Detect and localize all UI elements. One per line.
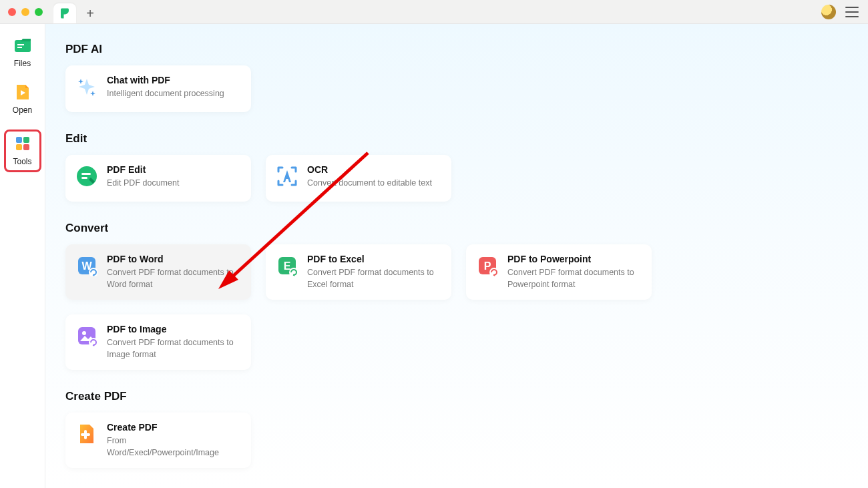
tab-home[interactable]	[53, 3, 76, 23]
titlebar: +	[0, 0, 868, 24]
card-subtitle: Convert PDF format documents to Powerpoi…	[507, 267, 641, 290]
card-pdf-to-excel[interactable]: E PDF to Excel Convert PDF format docume…	[266, 244, 451, 300]
svg-rect-1	[17, 44, 24, 45]
svg-rect-7	[23, 144, 29, 150]
svg-rect-9	[81, 173, 91, 175]
menu-button[interactable]	[845, 7, 859, 17]
section-heading-pdfai: PDF AI	[65, 43, 848, 56]
minimize-window-button[interactable]	[21, 8, 29, 16]
window-controls	[8, 8, 43, 16]
card-title: Create PDF	[107, 422, 240, 433]
profile-avatar[interactable]	[821, 5, 836, 19]
files-icon	[13, 36, 32, 55]
card-ocr[interactable]: OCR Convert document to editable text	[266, 155, 451, 202]
card-title: OCR	[307, 164, 432, 175]
card-subtitle: Intelligent document processing	[107, 88, 224, 100]
card-subtitle: Edit PDF document	[107, 178, 179, 190]
card-title: Chat with PDF	[107, 75, 224, 85]
svg-rect-10	[81, 177, 87, 179]
card-create-pdf[interactable]: Create PDF From Word/Execl/Powerpoint/Im…	[65, 413, 251, 468]
card-subtitle: Convert document to editable text	[307, 178, 432, 190]
card-pdf-edit[interactable]: PDF Edit Edit PDF document	[65, 155, 251, 202]
card-pdf-to-image[interactable]: PDF to Image Convert PDF format document…	[65, 314, 251, 370]
svg-rect-6	[16, 144, 22, 150]
ai-sparkle-icon	[76, 76, 97, 97]
sidebar-item-label: Open	[13, 105, 32, 115]
card-title: PDF to Powerpoint	[507, 254, 641, 264]
svg-rect-4	[16, 137, 22, 143]
app-logo-icon	[59, 7, 71, 19]
sidebar-item-open[interactable]: Open	[4, 83, 41, 115]
card-pdf-to-word[interactable]: W PDF to Word Convert PDF format documen…	[65, 244, 251, 300]
main-content: PDF AI Chat with PDF Intelligent documen…	[45, 24, 868, 488]
card-subtitle: From Word/Execl/Powerpoint/Image	[107, 435, 240, 459]
svg-rect-28	[81, 433, 90, 436]
card-subtitle: Convert PDF format documents to Word for…	[107, 267, 240, 290]
card-subtitle: Convert PDF format documents to Image fo…	[107, 337, 240, 360]
svg-point-24	[82, 331, 86, 335]
open-icon	[13, 83, 32, 101]
pdf-edit-icon	[76, 166, 97, 187]
sidebar-item-tools[interactable]: Tools	[4, 130, 41, 172]
maximize-window-button[interactable]	[35, 8, 43, 16]
section-heading-create: Create PDF	[65, 390, 848, 403]
card-chat-with-pdf[interactable]: Chat with PDF Intelligent document proce…	[65, 65, 251, 112]
word-icon: W	[76, 255, 97, 276]
card-title: PDF Edit	[107, 164, 179, 175]
excel-icon: E	[276, 255, 298, 276]
new-tab-button[interactable]: +	[79, 3, 101, 23]
svg-rect-2	[17, 47, 22, 48]
svg-point-8	[77, 166, 97, 186]
image-icon	[76, 325, 97, 346]
create-pdf-icon	[76, 423, 97, 445]
card-title: PDF to Image	[107, 324, 240, 334]
close-window-button[interactable]	[8, 8, 16, 16]
card-subtitle: Convert PDF format documents to Excel fo…	[307, 267, 441, 290]
sidebar-item-label: Tools	[13, 157, 31, 166]
tab-strip: +	[53, 0, 101, 23]
svg-rect-0	[15, 40, 31, 52]
sidebar-item-label: Files	[14, 59, 31, 68]
section-heading-convert: Convert	[65, 222, 848, 235]
card-title: PDF to Excel	[307, 254, 441, 264]
card-pdf-to-powerpoint[interactable]: P PDF to Powerpoint Convert PDF format d…	[466, 244, 652, 300]
sidebar: Files Open Tools	[0, 24, 45, 488]
sidebar-item-files[interactable]: Files	[4, 36, 41, 68]
ocr-icon	[276, 166, 298, 187]
svg-rect-5	[23, 137, 29, 143]
tools-icon	[13, 134, 32, 153]
powerpoint-icon: P	[477, 255, 498, 276]
section-heading-edit: Edit	[65, 132, 848, 146]
card-title: PDF to Word	[107, 254, 240, 264]
